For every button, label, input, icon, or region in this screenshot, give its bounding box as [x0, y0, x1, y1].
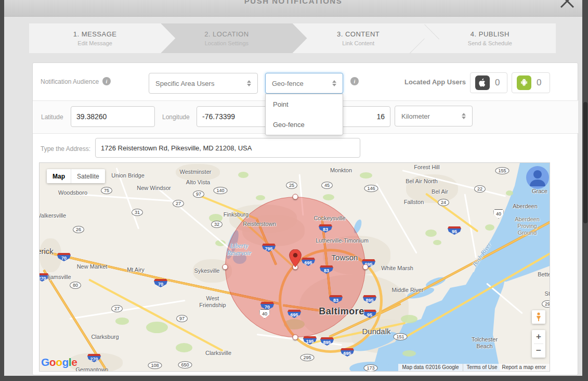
map-label: Reisterstown [243, 221, 276, 227]
map-label: White Marsh [381, 265, 413, 272]
map-button[interactable]: Map [47, 169, 71, 183]
state-route-shield: 29 [542, 300, 550, 308]
map-label: Mt Airy [127, 266, 145, 273]
park-area [146, 322, 168, 333]
map-type-control: Map Satellite [47, 169, 105, 183]
map-label: Middle River [391, 287, 423, 294]
park-area [256, 195, 265, 200]
map-label: Lutherville-Timonium [316, 237, 369, 244]
zoom-control: + − [532, 330, 545, 358]
location-settings-panel: Notification Audience i Specific Area Us… [32, 62, 578, 375]
map-label: Bette [538, 271, 550, 278]
interstate-shield: 95 [448, 226, 461, 235]
step-publish[interactable]: 4. PUBLISH Send & Schedule [424, 23, 556, 53]
pegman-control[interactable] [532, 310, 545, 324]
address-input[interactable] [95, 138, 360, 158]
map-label: Walkersville [40, 212, 66, 219]
geofence-handle-north[interactable] [293, 194, 298, 200]
map-data-text: Map data ©2016 Google [398, 364, 462, 371]
page-scrollbar[interactable] [583, 102, 587, 223]
state-route-shield: 32 [211, 221, 223, 228]
step-location[interactable]: 2. LOCATION Location Settings [161, 23, 292, 53]
park-area [238, 172, 249, 178]
geofence-handle-south[interactable] [293, 335, 298, 340]
zoom-out-button[interactable]: − [532, 344, 545, 358]
map-label: Forest Hill [414, 164, 440, 171]
map-label: Dundalk [362, 327, 390, 336]
geofence-info-icon[interactable]: i [350, 77, 359, 85]
select-caret-icon [462, 113, 466, 119]
park-area [360, 172, 372, 179]
geofence-handle-east[interactable] [363, 264, 369, 270]
user-avatar-marker [526, 166, 550, 189]
select-caret-icon [247, 80, 251, 86]
geofence-handle-west[interactable] [223, 264, 228, 270]
map-attribution: Map data ©2016 Google Terms of Use Repor… [398, 364, 550, 371]
state-route-shield: 45 [321, 182, 333, 189]
map-label: Baltimore [319, 306, 364, 318]
latitude-input[interactable] [71, 106, 155, 127]
pegman-icon [535, 312, 542, 322]
state-route-shield: 26 [73, 226, 84, 233]
zoom-in-button[interactable]: + [532, 330, 545, 344]
modal-title: PUSH NOTIFICATIONS [4, 0, 582, 5]
map-label: erick [40, 247, 54, 256]
state-route-shield: 650 [178, 361, 192, 369]
option-point[interactable]: Point [266, 94, 343, 115]
latitude-label: Latitude [41, 113, 63, 121]
state-route-shield: 25 [286, 182, 297, 189]
state-route-shield: 140 [213, 187, 227, 194]
unit-value: Kilometer [401, 112, 430, 120]
state-route-shield: 155 [495, 167, 509, 174]
state-route-shield: 27 [173, 200, 184, 207]
map-label: Fallston [404, 199, 424, 206]
geofence-mode-menu: Point Geo-fence [265, 94, 343, 135]
map-label: Sykesville [194, 268, 220, 274]
option-geo-fence[interactable]: Geo-fence [266, 115, 343, 135]
close-icon[interactable] [558, 0, 576, 10]
park-area [402, 350, 416, 357]
park-area [323, 194, 334, 200]
audience-type-value: Specific Area Users [155, 80, 214, 87]
report-map-error-link[interactable]: Report a map error [501, 364, 550, 371]
interstate-shield: 695 [341, 348, 354, 357]
audience-label: Notification Audience [41, 78, 99, 85]
state-route-shield: 80 [70, 282, 81, 289]
park-area [425, 230, 437, 237]
park-area [433, 240, 441, 245]
state-route-shield: 97 [193, 190, 204, 198]
step-message[interactable]: 1. MESSAGE Edit Message [29, 23, 161, 53]
map-label: Union Bridge [111, 172, 145, 179]
android-count-value: 0 [537, 78, 541, 88]
unit-select[interactable]: Kilometer [395, 106, 473, 126]
park-area [485, 224, 494, 231]
park-area [115, 318, 129, 325]
wizard-steps: 1. MESSAGE Edit Message 2. LOCATION Loca… [29, 23, 556, 53]
map-road [88, 278, 224, 352]
location-marker-pin[interactable] [289, 249, 302, 267]
state-route-shield: 27 [111, 305, 123, 312]
google-logo[interactable]: Google [41, 356, 77, 369]
map-label: Clarksville [205, 350, 231, 357]
audience-type-select[interactable]: Specific Area Users [149, 73, 258, 94]
map-label: Bel Air [432, 188, 448, 195]
park-area [176, 343, 192, 352]
ios-user-count: 0 [470, 72, 507, 93]
state-route-shield: 173 [363, 364, 377, 371]
terms-of-use-link[interactable]: Terms of Use [463, 364, 501, 371]
state-route-shield: 24 [438, 199, 449, 206]
map-label: New Market [77, 263, 108, 270]
map-label: Towson [332, 253, 358, 262]
map-label: Liberty Reservoir [227, 242, 252, 257]
address-label: Type the Address: [41, 145, 90, 153]
map-label: Ijamsville [47, 274, 71, 281]
geofence-mode-select[interactable]: Geo-fence [265, 73, 343, 94]
apple-icon [475, 75, 490, 90]
map-canvas[interactable]: 7514097273126322545146155222440957956958… [40, 163, 550, 371]
select-caret-icon [332, 80, 336, 86]
map-label: Finksburg [224, 211, 249, 218]
state-route-shield: 146 [364, 185, 378, 192]
audience-info-icon[interactable]: i [102, 77, 111, 85]
step-content[interactable]: 3. CONTENT Link Content [293, 23, 424, 53]
satellite-button[interactable]: Satellite [71, 169, 105, 183]
